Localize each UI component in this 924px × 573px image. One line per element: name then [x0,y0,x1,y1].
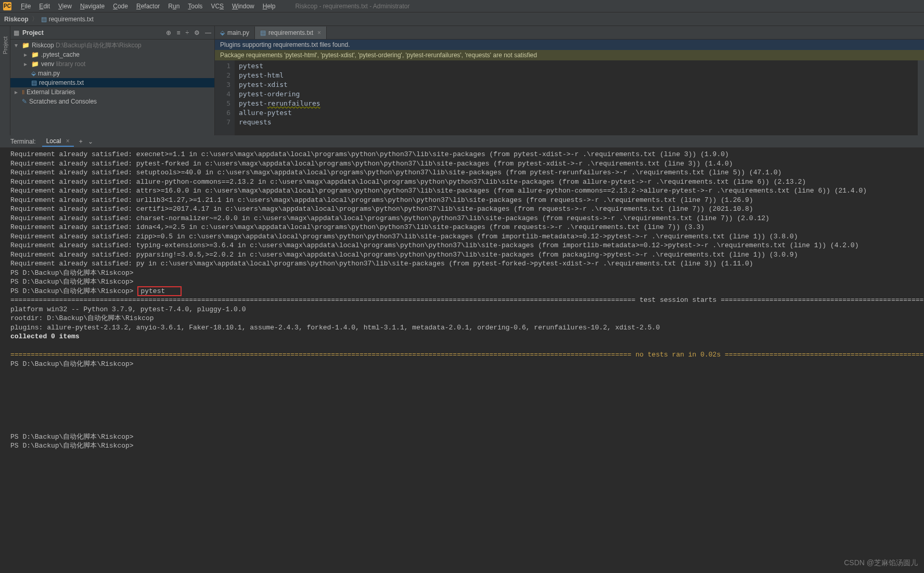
editor-area: ⬙ main.py ▤ requirements.txt × Plugins s… [215,26,924,135]
expand-all-icon[interactable]: ≡ [176,29,180,36]
file-icon: ▤ [41,16,47,23]
tree-row[interactable]: ▸📁.pytest_cache [10,50,214,59]
tab-requirements-txt[interactable]: ▤ requirements.txt × [255,27,327,39]
gear-icon[interactable]: ⚙ [194,29,200,36]
menu-window[interactable]: Window [228,3,259,10]
project-tool-button[interactable]: Project [2,36,8,54]
code-content[interactable]: pytestpytest-htmlpytest-xdistpytest-orde… [235,60,918,135]
tree-row[interactable]: ✎Scratches and Consoles [10,97,214,106]
project-icon: ▦ [14,29,19,36]
close-icon[interactable]: × [317,29,321,36]
editor-scrollbar[interactable] [918,60,924,135]
breadcrumb-root[interactable]: Riskcop [4,16,29,23]
tree-row[interactable]: ▤requirements.txt [10,78,214,87]
project-panel-header: ▦ Project ⊕ ≡ ÷ ⚙ — [10,26,214,40]
add-terminal-icon[interactable]: + [79,138,83,145]
collapse-icon[interactable]: ÷ [185,29,189,36]
tree-row[interactable]: ⬙main.py [10,69,214,78]
chevron-right-icon: 〉 [32,15,38,23]
menu-file[interactable]: File [17,3,35,10]
menu-navigate[interactable]: Navigate [76,3,109,10]
app-icon: PC [3,2,11,10]
watermark: CSDN @芝麻馅汤圆儿 [844,558,918,568]
menu-code[interactable]: Code [109,3,132,10]
menu-view[interactable]: View [54,3,76,10]
tool-window-stripe: Project [0,26,10,135]
hide-icon[interactable]: — [205,29,211,36]
menu-vcs[interactable]: VCS [207,3,228,10]
tab-label: requirements.txt [268,29,313,36]
editor-body[interactable]: 1234567 pytestpytest-htmlpytest-xdistpyt… [215,60,924,135]
requirements-warning-banner[interactable]: Package requirements 'pytest-html', 'pyt… [215,50,924,60]
menu-tools[interactable]: Tools [184,3,207,10]
terminal-header: Terminal: Local × + ⌄ [0,135,924,148]
menu-run[interactable]: Run [164,3,184,10]
terminal-panel: Terminal: Local × + ⌄ Requirement alread… [0,135,924,573]
tab-main-py[interactable]: ⬙ main.py [215,27,255,39]
tree-row[interactable]: ▸📁venv library root [10,59,214,69]
close-icon[interactable]: × [66,137,70,145]
menubar: PC File Edit View Navigate Code Refactor… [0,0,924,12]
tree-row[interactable]: ▸⫴External Libraries [10,87,214,97]
tree-row[interactable]: ▾📁Riskcop D:\Backup\自动化脚本\Riskcop [10,41,214,50]
menu-edit[interactable]: Edit [35,3,54,10]
window-title: Riskcop - requirements.txt - Administrat… [295,3,409,10]
line-gutter: 1234567 [215,60,235,135]
text-file-icon: ▤ [260,29,266,36]
project-panel: ▦ Project ⊕ ≡ ÷ ⚙ — ▾📁Riskcop D:\Backup\… [10,26,215,135]
menu-help[interactable]: Help [259,3,280,10]
locate-icon[interactable]: ⊕ [166,29,171,36]
chevron-down-icon[interactable]: ⌄ [88,138,93,145]
python-file-icon: ⬙ [220,29,225,36]
project-tree[interactable]: ▾📁Riskcop D:\Backup\自动化脚本\Riskcop▸📁.pyte… [10,40,214,107]
breadcrumb-file[interactable]: requirements.txt [49,16,94,23]
terminal-output[interactable]: Requirement already satisfied: execnet>=… [0,148,924,573]
plugins-banner[interactable]: Plugins supporting requirements.txt file… [215,40,924,50]
terminal-title: Terminal: [10,138,36,145]
breadcrumb: Riskcop 〉 ▤ requirements.txt [0,12,924,26]
tab-label: main.py [227,29,249,36]
terminal-tab-local[interactable]: Local × [42,136,74,147]
editor-tabbar: ⬙ main.py ▤ requirements.txt × [215,26,924,40]
menu-refactor[interactable]: Refactor [132,3,164,10]
project-panel-title: Project [22,29,44,36]
